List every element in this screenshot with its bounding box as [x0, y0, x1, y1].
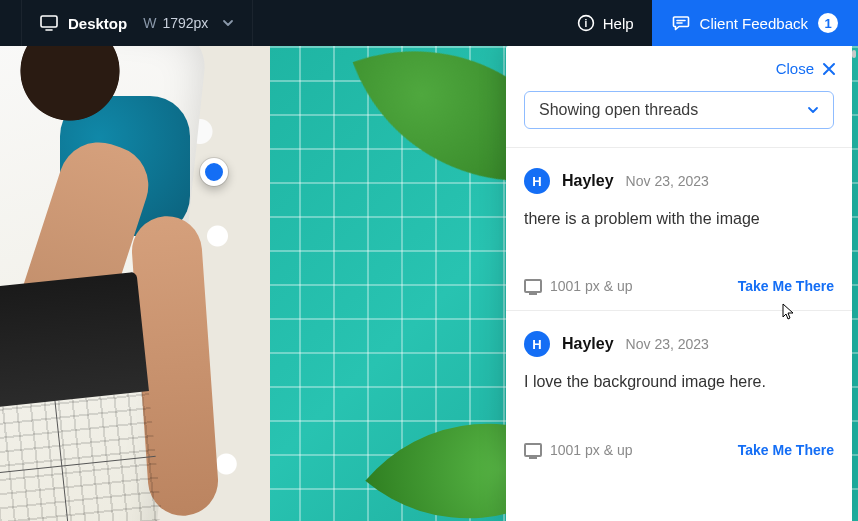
take-me-there-button[interactable]: Take Me There [738, 442, 834, 458]
scrollbar[interactable] [852, 50, 856, 58]
close-button[interactable]: Close [506, 46, 852, 87]
comment-icon [672, 14, 690, 32]
avatar: H [524, 168, 550, 194]
comment-pin[interactable] [200, 158, 228, 186]
svg-rect-0 [41, 16, 57, 27]
thread-footer: 1001 px & up Take Me There [524, 442, 834, 458]
thread-body: I love the background image here. [524, 371, 834, 393]
feedback-panel: Close Showing open threads H Hayley Nov … [506, 46, 852, 521]
thread-date: Nov 23, 2023 [626, 173, 709, 189]
help-button[interactable]: i Help [559, 0, 652, 46]
help-label: Help [603, 15, 634, 32]
thread-breakpoint-label: 1001 px & up [550, 442, 633, 458]
thread-item[interactable]: H Hayley Nov 23, 2023 I love the backgro… [506, 310, 852, 473]
close-label: Close [776, 60, 814, 77]
svg-text:i: i [584, 18, 587, 29]
thread-filter-label: Showing open threads [539, 101, 698, 119]
thread-breakpoint-tag: 1001 px & up [524, 278, 633, 294]
width-value: 1792px [162, 15, 208, 31]
width-prefix: W [143, 15, 156, 31]
cursor-pointer-icon [782, 303, 796, 325]
close-icon [822, 62, 836, 76]
thread-footer: 1001 px & up Take Me There [524, 278, 834, 294]
help-icon: i [577, 14, 595, 32]
thread-breakpoint-label: 1001 px & up [550, 278, 633, 294]
feedback-count-badge: 1 [818, 13, 838, 33]
toolbar-left-gutter [0, 0, 22, 46]
breakpoint-selector[interactable]: Desktop W 1792px [22, 0, 253, 46]
client-feedback-button[interactable]: Client Feedback 1 [652, 0, 858, 46]
thread-date: Nov 23, 2023 [626, 336, 709, 352]
thread-author: Hayley [562, 335, 614, 353]
thread-header: H Hayley Nov 23, 2023 [524, 331, 834, 357]
thread-item[interactable]: H Hayley Nov 23, 2023 there is a problem… [506, 147, 852, 310]
spacer [253, 0, 558, 46]
background-laptop [0, 272, 163, 521]
take-me-there-button[interactable]: Take Me There [738, 278, 834, 294]
thread-author: Hayley [562, 172, 614, 190]
screen-icon [524, 279, 542, 293]
chevron-down-icon [807, 104, 819, 116]
desktop-icon [40, 15, 58, 31]
breakpoint-name: Desktop [68, 15, 127, 32]
thread-body: there is a problem with the image [524, 208, 834, 230]
thread-header: H Hayley Nov 23, 2023 [524, 168, 834, 194]
avatar: H [524, 331, 550, 357]
thread-filter-dropdown[interactable]: Showing open threads [524, 91, 834, 129]
screen-icon [524, 443, 542, 457]
top-bar: Desktop W 1792px i Help Client Feedback … [0, 0, 858, 46]
client-feedback-label: Client Feedback [700, 15, 808, 32]
chevron-down-icon [222, 17, 234, 29]
thread-breakpoint-tag: 1001 px & up [524, 442, 633, 458]
